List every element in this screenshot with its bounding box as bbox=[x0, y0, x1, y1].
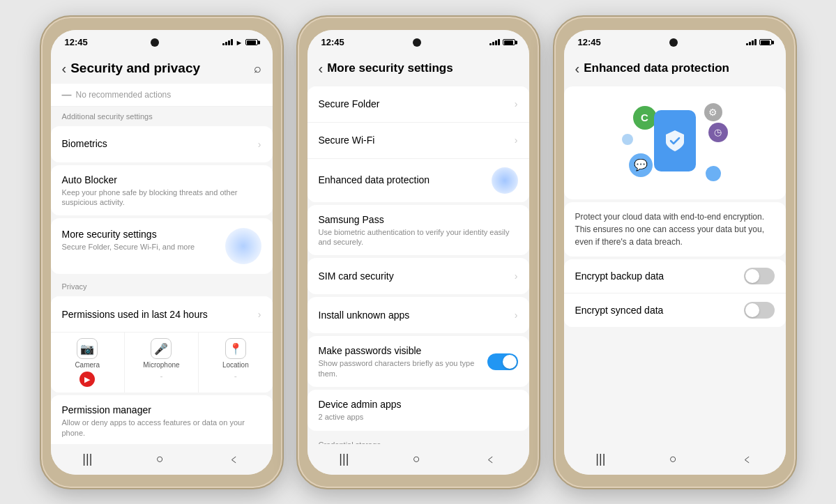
chevron-right-biometrics: › bbox=[258, 139, 261, 150]
more-security-sub: Secure Folder, Secure Wi-Fi, and more bbox=[62, 242, 225, 252]
samsung-pass-sub: Use biometric authentication to verify y… bbox=[319, 227, 518, 247]
perm-manager-title: Permission manager bbox=[62, 404, 261, 416]
encrypt-backup-row[interactable]: Encrypt backup data bbox=[564, 259, 786, 293]
permissions-item[interactable]: Permissions used in last 24 hours › bbox=[51, 296, 273, 333]
perm-manager-item[interactable]: Permission manager Allow or deny apps to… bbox=[51, 395, 273, 443]
samsung-pass-item[interactable]: Samsung Pass Use biometric authenticatio… bbox=[307, 205, 529, 256]
no-action-text: No recommended actions bbox=[76, 90, 172, 100]
auto-blocker-item[interactable]: Auto Blocker Keep your phone safe by blo… bbox=[51, 165, 273, 216]
perms-row: 📷 Camera ▶ 🎤 Microphone - 📍 bbox=[51, 333, 273, 392]
blue-circle-deco-2 bbox=[492, 167, 518, 194]
phone-1-outer: 12:45 ► ‹ Security and privacy ⌕ bbox=[40, 15, 284, 489]
signal-icon-3 bbox=[746, 39, 757, 45]
nav-home-2[interactable]: ○ bbox=[413, 452, 420, 466]
encrypt-synced-toggle[interactable] bbox=[744, 302, 775, 319]
passwords-section: Make passwords visible Show password cha… bbox=[307, 336, 529, 387]
enhanced-data-item[interactable]: Enhanced data protection bbox=[307, 159, 529, 202]
blue-circle-deco-1 bbox=[225, 228, 261, 264]
microphone-icon: 🎤 bbox=[151, 338, 172, 359]
search-button-1[interactable]: ⌕ bbox=[254, 61, 261, 76]
perm-badge-camera: ▶ bbox=[79, 372, 95, 387]
scroll-area-3[interactable]: C ⚙ ◷ 💬 Protect your cl bbox=[564, 84, 786, 444]
status-icons-1: ► bbox=[222, 38, 259, 47]
passwords-toggle[interactable] bbox=[487, 353, 518, 370]
sim-item[interactable]: SIM card security › bbox=[307, 258, 529, 294]
back-button-2[interactable]: ‹ bbox=[319, 61, 324, 77]
bubble-clock: ◷ bbox=[708, 123, 728, 142]
permissions-title: Permissions used in last 24 hours bbox=[62, 308, 208, 321]
device-admin-sub: 2 active apps bbox=[319, 412, 402, 422]
phone-2: 12:45 ‹ More security settings bbox=[296, 15, 540, 489]
encrypt-backup-toggle[interactable] bbox=[744, 268, 775, 284]
nav-home-3[interactable]: ○ bbox=[669, 452, 677, 466]
phone-3-screen: 12:45 ‹ Enhanced data protection bbox=[564, 30, 786, 475]
install-item[interactable]: Install unknown apps › bbox=[307, 297, 529, 333]
encrypt-backup-label: Encrypt backup data bbox=[575, 270, 664, 282]
biometrics-item[interactable]: Biometrics › bbox=[51, 126, 273, 162]
status-time-1: 12:45 bbox=[65, 37, 88, 47]
nav-bar-1: ||| ○ ﹤ bbox=[51, 444, 273, 475]
page-title-1: Security and privacy bbox=[70, 61, 200, 76]
signal-icon-1 bbox=[222, 39, 233, 45]
nav-recent-3[interactable]: ||| bbox=[595, 452, 605, 466]
nav-back-1[interactable]: ﹤ bbox=[228, 451, 241, 468]
perm-camera: 📷 Camera ▶ bbox=[51, 333, 125, 392]
sim-title: SIM card security bbox=[319, 270, 394, 282]
device-admin-title: Device admin apps bbox=[319, 398, 402, 411]
more-security-item[interactable]: More security settings Secure Folder, Se… bbox=[51, 218, 273, 274]
page-title-3: Enhanced data protection bbox=[584, 61, 729, 75]
nav-bar-3: ||| ○ ﹤ bbox=[564, 444, 786, 475]
perm-manager-sub: Allow or deny apps to access features or… bbox=[62, 418, 261, 438]
perm-location: 📍 Location - bbox=[199, 333, 272, 392]
nav-home-1[interactable]: ○ bbox=[156, 452, 164, 466]
back-button-3[interactable]: ‹ bbox=[575, 61, 580, 77]
auto-blocker-title: Auto Blocker bbox=[62, 174, 261, 186]
app-header-1: ‹ Security and privacy ⌕ bbox=[51, 55, 273, 84]
header-left-1: ‹ Security and privacy bbox=[62, 61, 201, 77]
nav-recent-2[interactable]: ||| bbox=[339, 452, 349, 466]
description-box: Protect your cloud data with end-to-end … bbox=[564, 202, 786, 257]
secure-folder-item[interactable]: Secure Folder › bbox=[307, 86, 529, 123]
nav-recent-1[interactable]: ||| bbox=[82, 452, 92, 466]
passwords-sub: Show password characters briefly as you … bbox=[319, 358, 487, 379]
perm-dash-mic: - bbox=[160, 372, 162, 381]
shield-icon bbox=[665, 130, 685, 152]
status-bar-2: 12:45 bbox=[307, 30, 529, 55]
chevron-right-install: › bbox=[515, 310, 518, 321]
credential-label: Credential storage bbox=[307, 434, 529, 444]
phone-1: 12:45 ► ‹ Security and privacy ⌕ bbox=[40, 15, 284, 489]
phone-3-outer: 12:45 ‹ Enhanced data protection bbox=[553, 15, 797, 489]
nav-bar-2: ||| ○ ﹤ bbox=[307, 444, 529, 475]
encrypt-synced-label: Encrypt synced data bbox=[575, 305, 664, 316]
device-admin-item[interactable]: Device admin apps 2 active apps bbox=[307, 390, 529, 430]
scroll-area-2[interactable]: Secure Folder › Secure Wi-Fi › Enhanced … bbox=[307, 84, 529, 444]
youtube-icon: ▶ bbox=[84, 375, 90, 384]
chevron-right-sw: › bbox=[515, 135, 518, 146]
encrypt-synced-row[interactable]: Encrypt synced data bbox=[564, 293, 786, 327]
nav-back-2[interactable]: ﹤ bbox=[485, 451, 497, 468]
microphone-label: Microphone bbox=[143, 361, 179, 369]
auto-blocker-sub: Keep your phone safe by blocking threats… bbox=[62, 188, 261, 208]
auto-blocker-section: Auto Blocker Keep your phone safe by blo… bbox=[51, 165, 273, 216]
samsung-pass-text: Samsung Pass Use biometric authenticatio… bbox=[319, 213, 518, 247]
status-icons-3 bbox=[746, 39, 772, 45]
biometrics-title: Biometrics bbox=[62, 137, 107, 150]
chevron-right-sim: › bbox=[515, 270, 518, 282]
back-button-1[interactable]: ‹ bbox=[62, 61, 67, 77]
passwords-item[interactable]: Make passwords visible Show password cha… bbox=[307, 336, 529, 387]
no-action-dash: — bbox=[62, 89, 72, 100]
sim-section: SIM card security › bbox=[307, 258, 529, 294]
scroll-area-1[interactable]: — No recommended actions Additional secu… bbox=[51, 84, 273, 444]
auto-blocker-text: Auto Blocker Keep your phone safe by blo… bbox=[62, 174, 261, 208]
section-label-additional: Additional security settings bbox=[51, 107, 273, 123]
passwords-title: Make passwords visible bbox=[319, 344, 487, 357]
secure-wifi-item[interactable]: Secure Wi-Fi › bbox=[307, 123, 529, 159]
permissions-section: Permissions used in last 24 hours › 📷 Ca… bbox=[51, 296, 273, 392]
nav-back-3[interactable]: ﹤ bbox=[741, 451, 754, 468]
header-left-3: ‹ Enhanced data protection bbox=[575, 61, 729, 77]
phone-3: 12:45 ‹ Enhanced data protection bbox=[553, 15, 797, 489]
biometrics-text: Biometrics bbox=[62, 137, 107, 150]
illus-container: C ⚙ ◷ 💬 bbox=[612, 98, 738, 188]
chevron-right-perms: › bbox=[258, 309, 261, 320]
device-admin-text: Device admin apps 2 active apps bbox=[319, 398, 402, 422]
